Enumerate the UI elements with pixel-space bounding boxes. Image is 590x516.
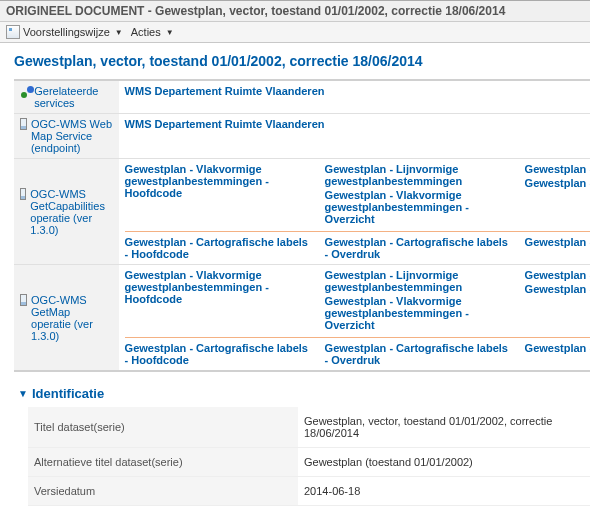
getcaps-link[interactable]: Gewestplan - Cartografische labels - Hoo… — [125, 236, 308, 260]
page-title: Gewestplan, vector, toestand 01/01/2002,… — [14, 53, 576, 69]
chevron-down-icon: ▼ — [115, 28, 123, 37]
toolbar: Voorstellingswijze ▼ Acties ▼ — [0, 22, 590, 43]
getmap-link[interactable]: Gewestplan - Cartografische labels - Ove… — [325, 342, 508, 366]
related-services-icon — [20, 85, 30, 99]
getcaps-label[interactable]: OGC-WMS GetCapabilities operatie (ver 1.… — [30, 188, 112, 236]
identification-label: Identificatie — [32, 386, 104, 401]
id-version-date-value: 2014-06-18 — [298, 477, 590, 506]
actions-menu[interactable]: Acties ▼ — [131, 26, 174, 38]
view-mode-menu[interactable]: Voorstellingswijze ▼ — [6, 25, 123, 39]
document-header: ORIGINEEL DOCUMENT - Gewestplan, vector,… — [0, 0, 590, 22]
chevron-down-icon: ▼ — [166, 28, 174, 37]
service-icon — [20, 118, 27, 130]
wms-department-header: WMS Departement Ruimte Vlaanderen — [119, 80, 590, 114]
getcaps-link[interactable]: Gewestplan - Vlakvormige gewestplanbeste… — [525, 177, 590, 189]
getmap-link[interactable]: Gewestplan - Lijnvormige gewestplanbeste… — [525, 269, 590, 281]
wms-endpoint-link[interactable]: WMS Departement Ruimte Vlaanderen — [125, 118, 590, 130]
service-icon — [20, 294, 27, 306]
row-wms-endpoint-head: OGC-WMS Web Map Service (endpoint) — [14, 114, 119, 159]
getcaps-link[interactable]: Gewestplan - Cartografische labels - Gro… — [525, 236, 590, 248]
getmap-link[interactable]: Gewestplan - Cartografische labels - Hoo… — [125, 342, 308, 366]
id-alt-title-label: Alternatieve titel dataset(serie) — [28, 448, 298, 477]
id-title-value: Gewestplan, vector, toestand 01/01/2002,… — [298, 407, 590, 448]
getcaps-link[interactable]: Gewestplan - Lijnvormige gewestplanbeste… — [325, 163, 515, 187]
service-icon — [20, 188, 26, 200]
getcaps-link[interactable]: Gewestplan - Vlakvormige gewestplanbeste… — [325, 189, 515, 225]
id-alt-title-value: Gewestplan (toestand 01/01/2002) — [298, 448, 590, 477]
row-getcaps-head: OGC-WMS GetCapabilities operatie (ver 1.… — [14, 159, 119, 265]
row-getmap-head: OGC-WMS GetMap operatie (ver 1.3.0) — [14, 265, 119, 372]
getmap-link[interactable]: Gewestplan - Vlakvormige gewestplanbeste… — [125, 269, 269, 305]
id-title-label: Titel dataset(serie) — [28, 407, 298, 448]
getcaps-link[interactable]: Gewestplan - Cartografische labels - Ove… — [325, 236, 508, 260]
actions-label: Acties — [131, 26, 161, 38]
view-mode-icon — [6, 25, 20, 39]
view-mode-label: Voorstellingswijze — [23, 26, 110, 38]
identification-table: Titel dataset(serie) Gewestplan, vector,… — [28, 407, 590, 506]
getmap-label[interactable]: OGC-WMS GetMap operatie (ver 1.3.0) — [31, 294, 113, 342]
getmap-link[interactable]: Gewestplan - Lijnvormige gewestplanbeste… — [325, 269, 515, 293]
getcaps-link[interactable]: Gewestplan - Lijnvormige gewestplanbeste… — [525, 163, 590, 175]
identification-toggle[interactable]: ▼ Identificatie — [18, 386, 576, 401]
document-title: ORIGINEEL DOCUMENT - Gewestplan, vector,… — [6, 4, 505, 18]
related-services-label: Gerelateerde services — [34, 85, 112, 109]
related-services-table: Gerelateerde services WMS Departement Ru… — [14, 79, 590, 372]
getmap-link[interactable]: Gewestplan - Vlakvormige gewestplanbeste… — [325, 295, 515, 331]
wms-endpoint-label[interactable]: OGC-WMS Web Map Service (endpoint) — [31, 118, 113, 154]
getmap-link[interactable]: Gewestplan - Vlakvormige gewestplanbeste… — [525, 283, 590, 295]
id-version-date-label: Versiedatum — [28, 477, 298, 506]
getmap-link[interactable]: Gewestplan - Cartografische labels - Gro… — [525, 342, 590, 354]
collapse-icon: ▼ — [18, 388, 28, 399]
related-services-head: Gerelateerde services — [14, 80, 119, 114]
getcaps-link[interactable]: Gewestplan - Vlakvormige gewestplanbeste… — [125, 163, 269, 199]
